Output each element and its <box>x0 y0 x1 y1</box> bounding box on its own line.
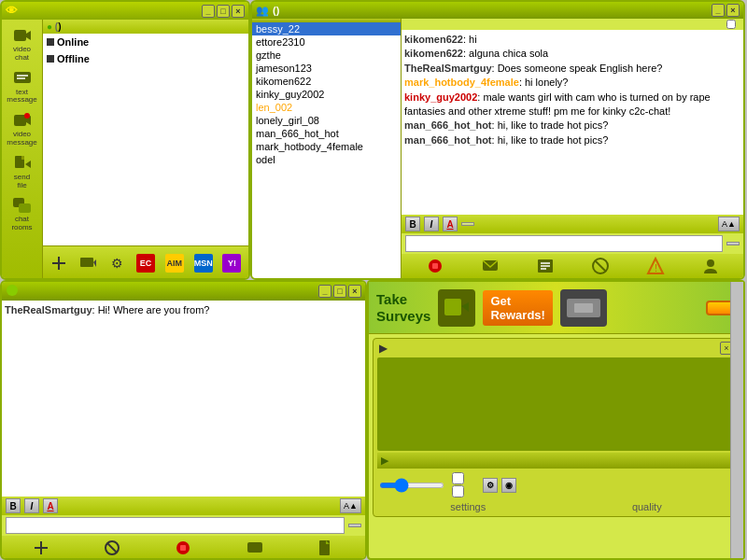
quality-text: quality <box>632 501 662 512</box>
svg-rect-41 <box>444 299 461 315</box>
profile-button[interactable] <box>698 256 723 276</box>
member-item[interactable]: lonely_girl_08 <box>252 114 401 127</box>
svg-marker-1 <box>26 31 31 40</box>
member-item[interactable]: man_666_hot_hot <box>252 127 401 140</box>
private-send-button[interactable] <box>348 524 361 527</box>
private-chat-input[interactable] <box>6 517 345 534</box>
video-message-button[interactable]: videomessage <box>4 108 41 149</box>
minimize-button[interactable]: _ <box>202 5 215 18</box>
text-button[interactable] <box>533 256 557 276</box>
profile-icon <box>701 257 720 275</box>
private-restore[interactable]: □ <box>333 285 346 298</box>
member-item[interactable]: mark_hotbody_4female <box>252 140 401 153</box>
text-message-label: textmessage <box>7 89 36 105</box>
svg-rect-20 <box>432 263 438 269</box>
ad-take-surveys: TakeSurveys <box>376 291 430 325</box>
video-bottom-toolbar: settings quality <box>375 499 737 514</box>
message-row: kinky_guy2002: male wants girl with cam … <box>404 91 740 119</box>
settings-button[interactable]: ⚙ <box>105 253 129 273</box>
text-icon <box>536 257 555 275</box>
private-bold-button[interactable]: B <box>6 498 21 513</box>
eyeball-left-sidebar: videochat textmessage videomessage sendf… <box>2 20 43 279</box>
mic-slider[interactable] <box>379 483 444 488</box>
private-add-button[interactable] <box>29 538 53 558</box>
private-block-icon <box>103 539 121 557</box>
member-item[interactable]: bessy_22 <box>252 22 401 35</box>
font-size-button[interactable]: A▲ <box>718 217 740 231</box>
private-italic-button[interactable]: I <box>24 498 39 513</box>
private-close[interactable]: × <box>348 285 361 298</box>
right-scrollbar[interactable] <box>730 282 743 558</box>
private-live-button[interactable] <box>171 538 195 558</box>
restore-button[interactable]: □ <box>217 5 230 18</box>
msn-button[interactable]: MSN <box>191 253 216 273</box>
message-row: kikomen622: hi <box>404 33 740 47</box>
video-controls: ⚙ ◉ <box>375 470 737 499</box>
member-item[interactable]: ettore2310 <box>252 35 401 49</box>
private-format-bar: B I A A▲ <box>2 497 365 515</box>
offline-label: Offline <box>57 53 90 64</box>
send-button[interactable] <box>726 242 740 245</box>
people-icon: 👥 <box>256 5 269 17</box>
private-font-color-button[interactable]: A <box>43 498 58 513</box>
preview-button[interactable] <box>76 253 100 273</box>
online-group: Online <box>43 34 248 50</box>
svg-rect-2 <box>14 72 31 83</box>
abuse-icon: ! <box>646 257 665 275</box>
close-button[interactable]: × <box>232 5 245 18</box>
video-preview-expand-icon[interactable]: ▶ <box>379 343 387 355</box>
members-panel: bessy_22 ettore2310 gzthe jameson123 kik… <box>252 19 402 278</box>
private-file-button[interactable] <box>314 538 338 558</box>
live-button[interactable] <box>423 256 447 276</box>
svg-rect-12 <box>19 203 31 213</box>
aim-button[interactable]: AIM <box>162 253 187 273</box>
ignore-icon <box>591 257 610 275</box>
send-file-button[interactable]: sendfile <box>4 151 41 192</box>
italic-button[interactable]: I <box>424 217 439 231</box>
pause-checkbox[interactable] <box>452 485 464 497</box>
svg-marker-9 <box>21 156 24 160</box>
video-preview-container: ▶ × ▶ ⚙ ◉ <box>373 338 740 517</box>
private-message-button[interactable] <box>243 538 267 558</box>
member-item[interactable]: len_002 <box>252 101 401 114</box>
member-item[interactable]: jameson123 <box>252 62 401 75</box>
svg-point-7 <box>24 113 30 119</box>
video-settings-button[interactable]: ⚙ <box>483 478 498 493</box>
private-font-size-button[interactable]: A▲ <box>340 498 361 513</box>
change-room-button[interactable] <box>461 222 474 226</box>
mute-checkbox[interactable] <box>452 472 464 484</box>
svg-marker-18 <box>93 259 96 267</box>
member-item[interactable]: kikomen622 <box>252 75 401 88</box>
svg-line-27 <box>595 260 606 272</box>
newusers-minimize[interactable]: _ <box>712 4 725 17</box>
chat-rooms-button[interactable]: chatrooms <box>4 193 41 234</box>
font-color-button[interactable]: A <box>443 217 458 231</box>
ignore-button[interactable] <box>588 256 613 276</box>
newusers-close[interactable]: × <box>726 4 740 17</box>
add-contact-button[interactable] <box>47 253 71 273</box>
mute-pause-controls <box>452 472 466 497</box>
settings-text: settings <box>450 501 486 512</box>
message-button[interactable] <box>478 256 502 276</box>
chat-input[interactable] <box>405 235 723 252</box>
video-chat-button[interactable]: videochat <box>4 23 41 64</box>
yahoo-button[interactable]: Y! <box>219 253 244 273</box>
bold-button[interactable]: B <box>405 217 420 231</box>
private-minimize[interactable]: _ <box>318 285 331 298</box>
newusers-title-bar: 👥 () _ × <box>252 2 743 19</box>
video-action-buttons: ⚙ ◉ <box>483 478 516 493</box>
block-private-checkbox[interactable] <box>726 20 736 29</box>
ec-button[interactable]: EC <box>134 253 158 273</box>
svg-rect-17 <box>80 258 93 267</box>
member-item[interactable]: kinky_guy2002 <box>252 88 401 101</box>
eyeball-title-bar: 👁 _ □ × <box>2 2 248 20</box>
mute-row <box>452 472 466 484</box>
member-item[interactable]: gzthe <box>252 49 401 62</box>
private-block-button[interactable] <box>100 538 124 558</box>
member-item[interactable]: odel <box>252 153 401 166</box>
block-bar <box>402 19 743 30</box>
user-display: ● () <box>47 21 62 32</box>
video-quality-button[interactable]: ◉ <box>501 478 516 493</box>
text-message-button[interactable]: textmessage <box>4 66 41 107</box>
abuse-button[interactable]: ! <box>643 256 668 276</box>
